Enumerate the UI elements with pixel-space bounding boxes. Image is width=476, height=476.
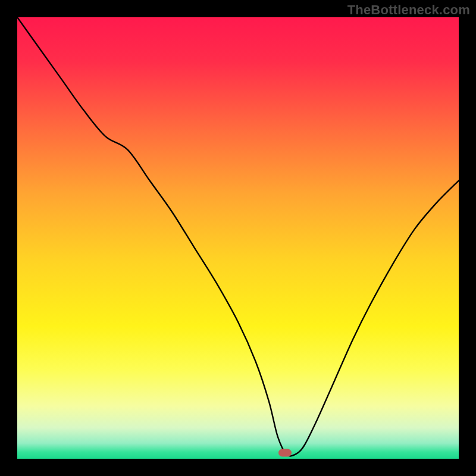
chart-frame: TheBottleneck.com — [0, 0, 476, 476]
bottleneck-curve — [17, 17, 459, 459]
optimal-marker — [278, 449, 292, 456]
watermark-text: TheBottleneck.com — [347, 2, 470, 18]
plot-area — [17, 17, 459, 459]
